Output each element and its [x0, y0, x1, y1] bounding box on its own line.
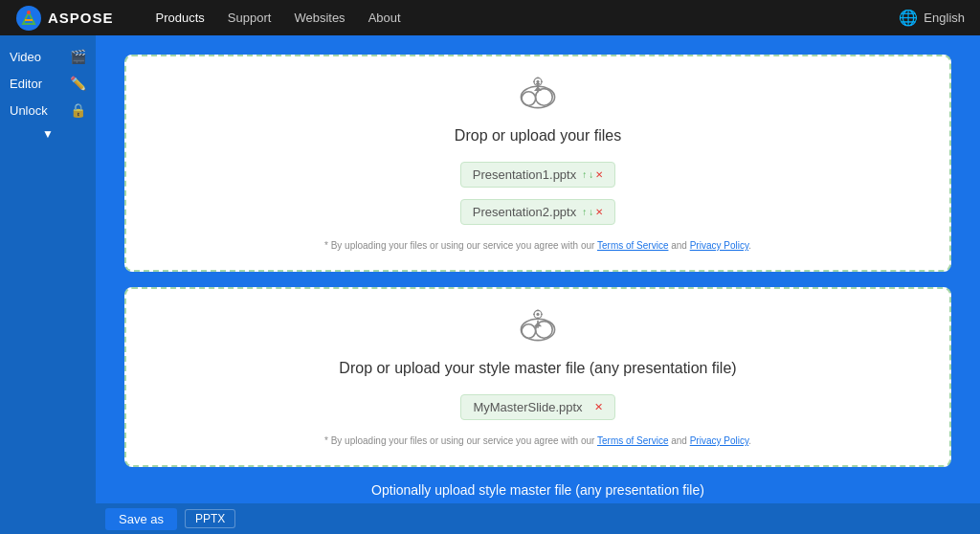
file-1-up[interactable]: ↑: [582, 169, 587, 180]
sidebar-item-unlock[interactable]: Unlock 🔒: [0, 97, 96, 123]
sidebar-video-icon: 🎬: [70, 49, 86, 64]
nav-websites[interactable]: Websites: [294, 11, 345, 25]
file-master-remove[interactable]: ✕: [594, 401, 603, 413]
file-2-up[interactable]: ↑: [582, 207, 587, 217]
optional-label: Optionally upload style master file (any…: [124, 482, 951, 498]
nav-support[interactable]: Support: [228, 11, 272, 25]
sidebar-editor-icon: ✏️: [70, 76, 86, 91]
file-2-remove[interactable]: ✕: [595, 207, 603, 217]
tos-and-1: and: [668, 240, 689, 251]
svg-point-3: [522, 92, 535, 105]
svg-point-18: [536, 313, 539, 316]
svg-point-15: [522, 324, 535, 338]
svg-point-9: [536, 80, 539, 83]
main-content: Drop or upload your files Presentation1.…: [96, 35, 980, 534]
nav-products[interactable]: Products: [156, 11, 205, 25]
tos-text-1: * By uploading your files or using our s…: [145, 240, 930, 251]
upload-box-master[interactable]: Drop or upload your style master file (a…: [124, 287, 951, 467]
sidebar-expand-chevron[interactable]: ▼: [0, 123, 96, 145]
file-tag-master: MyMasterSlide.pptx ✕: [460, 394, 614, 420]
file-2-down[interactable]: ↓: [589, 207, 593, 217]
file-1-remove[interactable]: ✕: [595, 169, 603, 180]
bottom-bar: Save as PPTX: [96, 503, 980, 534]
cloud-upload-icon-1: [514, 76, 562, 114]
logo-text: ASPOSE: [48, 10, 114, 26]
sidebar: Video 🎬 Editor ✏️ Unlock 🔒 ▼: [0, 35, 96, 534]
sidebar-unlock-label: Unlock: [10, 103, 70, 118]
svg-point-0: [16, 6, 41, 31]
file-tag-presentation1: Presentation1.pptx ↑ ↓ ✕: [460, 162, 615, 188]
sidebar-item-video[interactable]: Video 🎬: [0, 43, 96, 70]
language-label: English: [924, 11, 965, 25]
file-tag-presentation2: Presentation2.pptx ↑ ↓ ✕: [460, 199, 615, 225]
sidebar-editor-label: Editor: [10, 77, 70, 91]
chevron-down-icon: ▼: [42, 127, 54, 141]
svg-point-1: [27, 11, 31, 14]
upload-title-1: Drop or upload your files: [145, 127, 930, 145]
tos-prefix-2: * By uploading your files or using our s…: [324, 435, 597, 446]
globe-icon: 🌐: [899, 9, 918, 27]
file-2-controls: ↑ ↓ ✕: [582, 207, 603, 217]
logo-icon: [15, 5, 42, 32]
tos-link-1[interactable]: Terms of Service: [597, 240, 668, 251]
file-name-2: Presentation2.pptx: [473, 205, 576, 219]
format-badge: PPTX: [185, 509, 235, 528]
file-name-1: Presentation1.pptx: [473, 167, 576, 182]
tos-end-2: .: [748, 435, 751, 446]
upload-box-files[interactable]: Drop or upload your files Presentation1.…: [124, 55, 951, 272]
cloud-upload-icon-2: [514, 308, 562, 346]
upload-title-2: Drop or upload your style master file (a…: [145, 360, 930, 377]
tos-prefix-1: * By uploading your files or using our s…: [324, 240, 597, 251]
nav-about[interactable]: About: [368, 11, 401, 25]
sidebar-item-editor[interactable]: Editor ✏️: [0, 70, 96, 97]
tos-link-2[interactable]: Terms of Service: [597, 435, 668, 446]
tos-end-1: .: [748, 240, 751, 251]
save-button[interactable]: Save as: [105, 508, 177, 530]
sidebar-video-label: Video: [10, 50, 70, 64]
privacy-link-2[interactable]: Privacy Policy: [690, 435, 749, 446]
sidebar-unlock-icon: 🔒: [70, 102, 86, 118]
privacy-link-1[interactable]: Privacy Policy: [690, 240, 749, 251]
file-1-down[interactable]: ↓: [589, 169, 593, 180]
tos-and-2: and: [668, 435, 689, 446]
file-1-controls: ↑ ↓ ✕: [582, 169, 603, 180]
tos-text-2: * By uploading your files or using our s…: [145, 435, 930, 446]
file-tags-1: Presentation1.pptx ↑ ↓ ✕ Presentation2.p…: [145, 158, 930, 229]
file-tags-2: MyMasterSlide.pptx ✕: [145, 390, 930, 424]
navbar-links: Products Support Websites About: [156, 11, 401, 25]
navbar: ASPOSE Products Support Websites About 🌐…: [0, 0, 980, 35]
logo: ASPOSE: [15, 5, 114, 32]
file-name-master: MyMasterSlide.pptx: [473, 400, 582, 414]
language-selector[interactable]: 🌐 English: [899, 9, 965, 27]
